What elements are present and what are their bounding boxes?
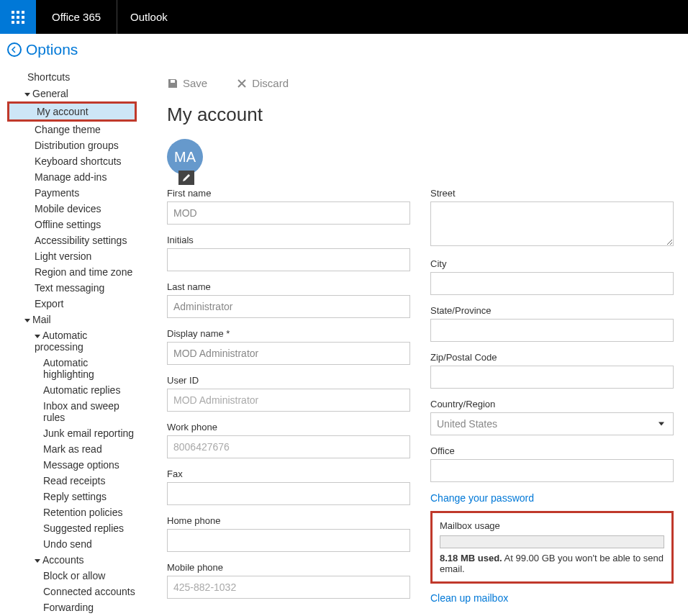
sidebar-item-retention-policies[interactable]: Retention policies bbox=[7, 504, 137, 520]
initials-label: Initials bbox=[167, 235, 410, 245]
highlight-my-account: My account bbox=[7, 101, 137, 122]
mobile-phone-input bbox=[167, 576, 410, 599]
left-column: First name Initials Last name Display na… bbox=[167, 188, 410, 611]
sidebar-shortcuts[interactable]: Shortcuts bbox=[7, 71, 137, 86]
waffle-icon bbox=[12, 11, 24, 24]
city-input[interactable] bbox=[430, 272, 674, 295]
sidebar-item-forwarding[interactable]: Forwarding bbox=[7, 599, 137, 615]
discard-button[interactable]: Discard bbox=[236, 77, 289, 89]
last-name-input[interactable] bbox=[167, 295, 410, 318]
discard-label: Discard bbox=[252, 77, 289, 89]
sidebar-item-payments[interactable]: Payments bbox=[7, 185, 137, 201]
sidebar-mail[interactable]: Mail bbox=[7, 312, 137, 327]
mailbox-usage-bar bbox=[440, 535, 664, 548]
last-name-label: Last name bbox=[167, 281, 410, 292]
app-launcher-button[interactable] bbox=[0, 0, 36, 34]
sidebar-item-mark-as-read[interactable]: Mark as read bbox=[7, 441, 137, 457]
initials-input[interactable] bbox=[167, 248, 410, 271]
sidebar-item-block-allow[interactable]: Block or allow bbox=[7, 568, 137, 584]
display-name-input[interactable] bbox=[167, 342, 410, 365]
sidebar-item-change-theme[interactable]: Change theme bbox=[7, 122, 137, 137]
office-label: Office bbox=[430, 445, 674, 456]
mobile-phone-label: Mobile phone bbox=[167, 562, 410, 573]
sidebar-item-auto-highlight[interactable]: Automatic highlighting bbox=[7, 355, 137, 382]
sidebar-item-suggested-replies[interactable]: Suggested replies bbox=[7, 520, 137, 536]
cleanup-mailbox-link[interactable]: Clean up mailbox bbox=[430, 592, 674, 604]
zip-label: Zip/Postal Code bbox=[430, 352, 674, 363]
save-button[interactable]: Save bbox=[167, 77, 207, 89]
app-name-label[interactable]: Outlook bbox=[117, 11, 181, 23]
sidebar-item-region-timezone[interactable]: Region and time zone bbox=[7, 264, 137, 280]
sidebar-item-light-version[interactable]: Light version bbox=[7, 248, 137, 264]
sidebar-general-label: General bbox=[32, 88, 68, 99]
avatar[interactable]: MA bbox=[167, 139, 203, 175]
work-phone-input bbox=[167, 435, 410, 458]
mailbox-usage-label: Mailbox usage bbox=[440, 520, 664, 531]
caret-down-icon bbox=[24, 319, 30, 322]
first-name-label: First name bbox=[167, 188, 410, 199]
main-content: Save Discard My account MA First name In… bbox=[137, 71, 688, 616]
sidebar-accounts[interactable]: Accounts bbox=[7, 552, 137, 568]
sidebar-item-auto-replies[interactable]: Automatic replies bbox=[7, 382, 137, 398]
save-icon bbox=[167, 78, 178, 89]
sidebar-item-distribution-groups[interactable]: Distribution groups bbox=[7, 137, 137, 153]
sidebar-item-undo-send[interactable]: Undo send bbox=[7, 536, 137, 552]
state-input[interactable] bbox=[430, 319, 674, 342]
options-title: Options bbox=[26, 41, 78, 58]
caret-down-icon bbox=[24, 93, 30, 96]
city-label: City bbox=[430, 258, 674, 269]
usage-used-bold: 8.18 MB used. bbox=[440, 553, 502, 563]
country-select[interactable]: United States bbox=[430, 412, 674, 435]
options-header: Options bbox=[0, 34, 688, 71]
toolbar: Save Discard bbox=[167, 71, 674, 104]
discard-icon bbox=[236, 78, 248, 89]
brand-label[interactable]: Office 365 bbox=[36, 0, 117, 34]
sidebar-accounts-label: Accounts bbox=[42, 554, 84, 566]
pencil-icon bbox=[182, 173, 191, 182]
change-password-link[interactable]: Change your password bbox=[430, 492, 674, 504]
sidebar-general[interactable]: General bbox=[7, 86, 137, 101]
topbar: Office 365 Outlook bbox=[0, 0, 688, 34]
fax-label: Fax bbox=[167, 468, 410, 479]
sidebar-item-accessibility[interactable]: Accessibility settings bbox=[7, 232, 137, 248]
fax-input[interactable] bbox=[167, 482, 410, 505]
sidebar-item-inbox-sweep[interactable]: Inbox and sweep rules bbox=[7, 398, 137, 425]
avatar-edit-button[interactable] bbox=[178, 171, 194, 185]
mailbox-usage-box: Mailbox usage 8.18 MB used. At 99.00 GB … bbox=[430, 511, 674, 584]
back-button[interactable] bbox=[7, 42, 22, 57]
sidebar-item-offline-settings[interactable]: Offline settings bbox=[7, 217, 137, 232]
office-input[interactable] bbox=[430, 459, 674, 482]
state-label: State/Province bbox=[430, 305, 674, 316]
sidebar-item-my-account[interactable]: My account bbox=[9, 104, 135, 119]
save-label: Save bbox=[183, 77, 207, 89]
street-input[interactable] bbox=[430, 201, 674, 246]
home-phone-input[interactable] bbox=[167, 529, 410, 552]
country-label: Country/Region bbox=[430, 399, 674, 409]
sidebar-item-read-receipts[interactable]: Read receipts bbox=[7, 473, 137, 489]
sidebar-item-export[interactable]: Export bbox=[7, 296, 137, 312]
street-label: Street bbox=[430, 188, 674, 199]
caret-down-icon bbox=[35, 559, 40, 563]
sidebar-mail-label: Mail bbox=[32, 314, 51, 325]
avatar-block: MA bbox=[167, 139, 674, 175]
sidebar-item-text-messaging[interactable]: Text messaging bbox=[7, 280, 137, 296]
first-name-input[interactable] bbox=[167, 201, 410, 225]
page-title: My account bbox=[167, 104, 674, 126]
sidebar-item-mobile-devices[interactable]: Mobile devices bbox=[7, 201, 137, 217]
sidebar-item-keyboard-shortcuts[interactable]: Keyboard shortcuts bbox=[7, 153, 137, 169]
sidebar: Shortcuts General My account Change them… bbox=[0, 71, 137, 616]
display-name-label: Display name * bbox=[167, 328, 410, 339]
zip-input[interactable] bbox=[430, 366, 674, 389]
user-id-label: User ID bbox=[167, 375, 410, 386]
sidebar-auto-processing-label: Automatic processing bbox=[35, 330, 87, 353]
sidebar-item-connected-accounts[interactable]: Connected accounts bbox=[7, 584, 137, 599]
caret-down-icon bbox=[35, 335, 40, 338]
sidebar-item-reply-settings[interactable]: Reply settings bbox=[7, 489, 137, 504]
right-column: Street City State/Province Zip/Postal Co… bbox=[430, 188, 674, 611]
sidebar-item-message-options[interactable]: Message options bbox=[7, 457, 137, 473]
work-phone-label: Work phone bbox=[167, 422, 410, 432]
sidebar-automatic-processing[interactable]: Automatic processing bbox=[7, 327, 137, 355]
sidebar-item-junk-reporting[interactable]: Junk email reporting bbox=[7, 425, 137, 441]
user-id-input bbox=[167, 389, 410, 412]
sidebar-item-manage-addins[interactable]: Manage add-ins bbox=[7, 169, 137, 185]
